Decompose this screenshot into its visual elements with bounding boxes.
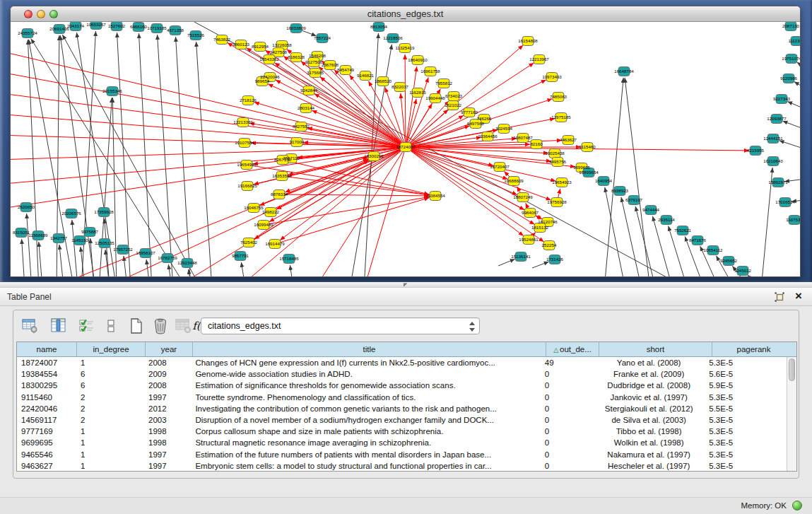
citation-edge-black[interactable] [22,239,25,276]
citation-edge-red[interactable] [275,198,429,244]
cell-year[interactable]: 2009 [144,368,191,380]
close-panel-icon[interactable]: × [795,289,802,303]
cell-out_degree[interactable]: 0 [541,403,593,414]
cell-year[interactable]: 1997 [144,392,191,403]
scrollbar-thumb[interactable] [789,358,795,381]
column-header-short[interactable]: short [599,342,712,356]
cell-pagerank[interactable]: 5.3E-5 [705,357,787,368]
delete-icon[interactable] [151,316,170,336]
cell-year[interactable]: 2012 [144,403,191,414]
citation-edge-black[interactable] [28,40,39,276]
rows-icon[interactable] [101,316,121,336]
cell-pagerank[interactable]: 5.9E-5 [705,380,787,391]
cell-out_degree[interactable]: 0 [541,368,593,380]
cell-name[interactable]: 9115460 [17,392,76,403]
citation-edge-black[interactable] [621,197,642,276]
network-window[interactable]: citations_edges.txt 18724007183002951938… [10,6,801,277]
cell-name[interactable]: 9463627 [17,460,76,471]
citation-edge-black[interactable] [625,78,650,276]
column-header-in_degree[interactable]: in_degree [77,342,146,356]
divider-handle-icon[interactable]: ◤ [404,283,411,287]
delete-table-icon[interactable] [173,316,193,336]
table-row[interactable]: 969969511998Structural magnetic resonanc… [17,437,787,448]
column-header-name[interactable]: name [17,342,77,356]
citation-edge-red[interactable] [405,54,406,147]
vertical-scrollbar[interactable] [787,357,796,471]
cell-in_degree[interactable]: 1 [76,460,144,471]
cell-in_degree[interactable]: 2 [76,414,144,426]
cell-in_degree[interactable]: 1 [76,426,144,437]
cell-title[interactable]: Genome-wide association studies in ADHD. [191,368,540,380]
cell-in_degree[interactable]: 1 [76,357,144,368]
citation-edge-black[interactable] [168,264,172,276]
cell-short[interactable]: Nakamura et al. (1997) [593,449,705,460]
citation-edge-black[interactable] [241,262,245,276]
citation-edge-black[interactable] [498,259,515,266]
cell-year[interactable]: 1998 [144,426,191,437]
new-document-icon[interactable] [126,316,146,336]
citation-edge-red[interactable] [314,94,406,147]
cell-year[interactable]: 1997 [144,449,191,460]
cell-out_degree[interactable]: 0 [541,380,593,391]
column-header-year[interactable]: year [146,342,193,356]
citation-edge-red[interactable] [254,103,406,147]
table-row[interactable]: 911546021997Tourette syndrome. Phenomeno… [17,392,787,403]
citation-edge-red[interactable] [406,147,551,200]
cell-short[interactable]: Stergiakouli et al. (2012) [593,403,705,414]
cell-year[interactable]: 2008 [144,380,191,391]
select-column-icon[interactable] [49,316,69,336]
cell-in_degree[interactable]: 6 [76,368,144,380]
cell-title[interactable]: Corpus callosum shape and size in male p… [191,426,540,437]
cell-short[interactable]: de Silva et al. (2003) [593,414,705,426]
cell-pagerank[interactable]: 5.6E-5 [705,368,787,380]
citation-edge-black[interactable] [27,214,32,276]
network-canvas[interactable]: 1872400718300295193845547463822986012389… [11,22,800,276]
cell-year[interactable]: 1997 [144,460,191,471]
cell-out_degree[interactable]: 0 [541,449,593,460]
cell-name[interactable]: 19384554 [17,368,76,380]
cell-pagerank[interactable]: 5.3E-5 [705,437,787,448]
cell-name[interactable]: 18300295 [17,380,76,391]
cell-out_degree[interactable]: 0 [541,460,593,471]
table-row[interactable]: 946554611997Estimation of the future num… [17,449,787,460]
citation-edge-black[interactable] [652,216,673,276]
citation-edge-black[interactable] [797,62,800,75]
cell-out_degree[interactable]: 0 [541,426,593,437]
table-selector-dropdown[interactable]: citations_edges.txt [201,317,480,334]
column-header-pagerank[interactable]: pagerank [712,342,795,356]
cell-name[interactable]: 14569117 [17,414,76,426]
cell-short[interactable]: Wolkin et al. (1998) [593,437,705,448]
citation-edge-black[interactable] [117,33,131,276]
cell-name[interactable]: 9699695 [17,437,76,448]
citation-edge-red[interactable] [406,147,749,151]
citation-edge-red[interactable] [11,147,406,209]
cell-pagerank[interactable]: 5.3E-5 [705,449,787,460]
citation-edge-black[interactable] [782,121,800,134]
cell-title[interactable]: Tourette syndrome. Phenomenology and cla… [191,392,540,403]
cell-title[interactable]: Structural magnetic resonance image aver… [191,437,540,448]
citation-edge-red[interactable] [280,147,406,240]
citation-network-graph[interactable]: 1872400718300295193845547463822986012389… [11,22,800,276]
citation-edge-black[interactable] [748,275,763,276]
cell-pagerank[interactable]: 5.3E-5 [705,460,787,471]
cell-out_degree[interactable]: 49 [541,357,593,368]
citation-edge-black[interactable] [532,262,549,268]
network-window-titlebar[interactable]: citations_edges.txt [11,6,800,22]
citation-edge-black[interactable] [176,37,191,276]
citation-edge-black[interactable] [39,242,42,276]
cell-pagerank[interactable]: 5.3E-5 [705,392,787,403]
cell-in_degree[interactable]: 6 [76,380,144,391]
citation-edge-black[interactable] [59,245,64,276]
cell-name[interactable]: 18724007 [17,357,76,368]
cell-in_degree[interactable]: 2 [76,403,144,414]
column-header-title[interactable]: title [193,342,546,356]
cell-short[interactable]: Yano et al. (2008) [593,357,705,368]
cell-in_degree[interactable]: 2 [76,392,144,403]
citation-edge-red[interactable] [406,66,417,147]
citation-edge-black[interactable] [794,82,800,95]
table-row[interactable]: 1938455462009Genome-wide association stu… [17,368,787,380]
citation-edge-red[interactable] [314,147,406,276]
cell-title[interactable]: Changes of HCN gene expression and I(f) … [191,357,540,368]
cell-short[interactable]: Dudbridge et al. (2008) [593,380,705,391]
citation-edge-red[interactable] [249,160,369,243]
